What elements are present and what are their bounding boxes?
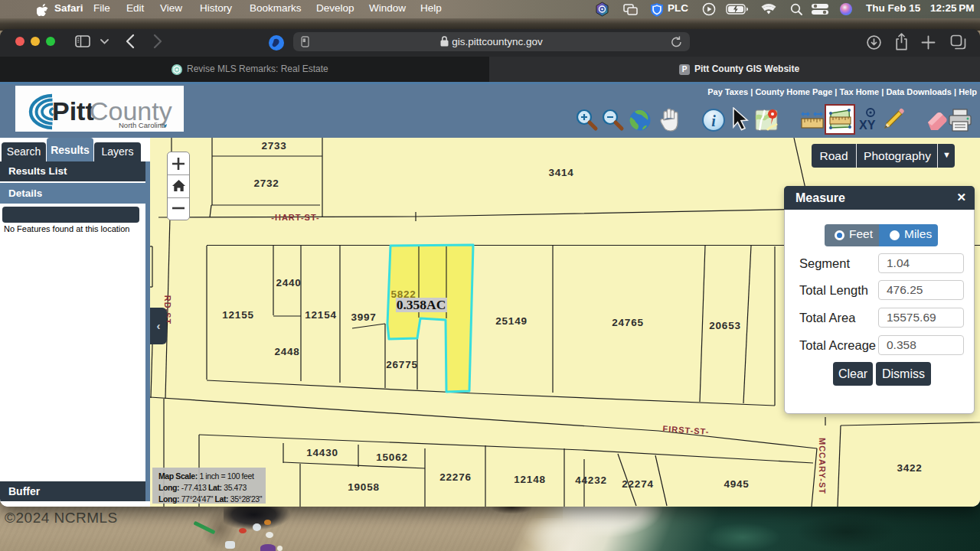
svg-text:12148: 12148 [514, 474, 546, 485]
svg-text:2440: 2440 [276, 277, 301, 289]
svg-text:25149: 25149 [495, 315, 528, 327]
svg-text:2732: 2732 [253, 178, 279, 189]
svg-text:-HART-ST-: -HART-ST- [271, 213, 319, 222]
svg-text:22276: 22276 [439, 471, 472, 483]
svg-text:3414: 3414 [548, 167, 573, 178]
svg-text:12154: 12154 [305, 309, 337, 321]
svg-text:3997: 3997 [351, 311, 376, 323]
svg-text:0.358AC: 0.358AC [397, 297, 446, 312]
svg-text:22274: 22274 [622, 478, 654, 490]
svg-text:FIRST-ST-: FIRST-ST- [662, 424, 710, 436]
svg-text:Pitt: Pitt [52, 96, 94, 126]
svg-text:20653: 20653 [709, 320, 741, 331]
svg-text:24765: 24765 [612, 317, 644, 328]
svg-text:i: i [711, 112, 716, 129]
svg-text:3422: 3422 [897, 462, 922, 474]
svg-text:15062: 15062 [376, 452, 408, 463]
svg-text:44232: 44232 [575, 474, 607, 486]
svg-text:26775: 26775 [386, 359, 418, 370]
svg-text:XY: XY [859, 119, 876, 132]
svg-text:North Carolina: North Carolina [119, 121, 166, 129]
svg-text:19058: 19058 [348, 481, 380, 493]
svg-text:2733: 2733 [261, 140, 286, 152]
svg-text:4945: 4945 [724, 478, 749, 490]
svg-text:12155: 12155 [222, 309, 254, 321]
svg-text:2448: 2448 [274, 346, 299, 357]
svg-text:14430: 14430 [306, 447, 338, 458]
svg-text:MCCARY-ST: MCCARY-ST [818, 438, 827, 494]
